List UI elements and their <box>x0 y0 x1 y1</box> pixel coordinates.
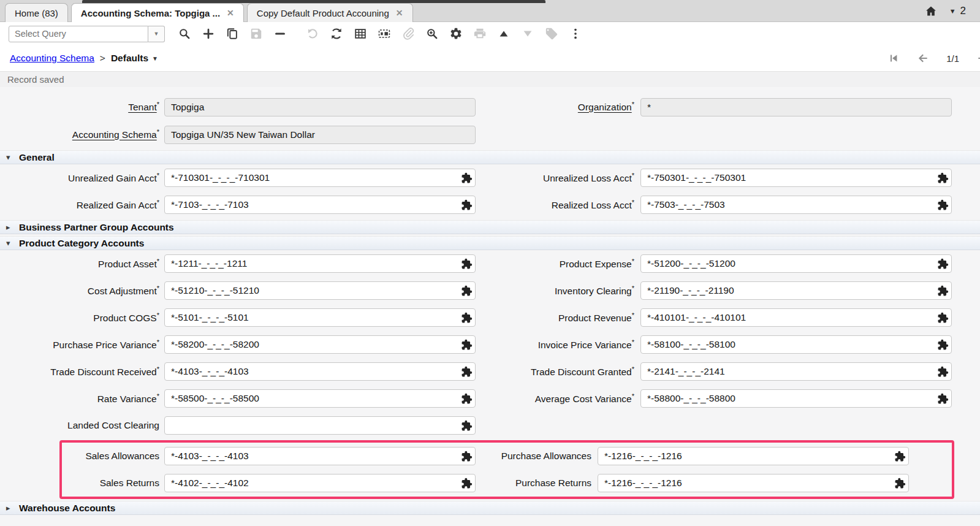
header-fields: Tenant*TopgigaOrganization**Accounting S… <box>0 93 980 148</box>
refresh-icon[interactable] <box>329 26 344 42</box>
account-combination-button[interactable] <box>937 258 949 270</box>
field-product-expense[interactable]: *-51200-_-_-_-51200 <box>640 254 952 273</box>
field-trade-discount-granted[interactable]: *-2141-_-_-_-2141 <box>640 362 952 381</box>
account-combination-button[interactable] <box>461 199 473 211</box>
label-icon[interactable] <box>544 26 559 42</box>
zoom-across-icon[interactable] <box>425 26 439 42</box>
grid-toggle-icon[interactable] <box>353 26 368 42</box>
field-landed-cost-clearing[interactable] <box>164 416 476 435</box>
account-combination-button[interactable] <box>894 478 906 489</box>
field-value: Topgiga UN/35 New Taiwan Dollar <box>171 129 469 140</box>
field-value: *-750301-_-_-_-750301 <box>647 172 937 183</box>
account-combination-button[interactable] <box>461 172 473 184</box>
select-query-dropdown-button[interactable]: ▼ <box>148 26 165 42</box>
field-sales-allowances[interactable]: *-4103-_-_-_-4103 <box>164 447 476 465</box>
account-combination-button[interactable] <box>461 420 473 432</box>
account-combination-button[interactable] <box>461 393 473 405</box>
select-query-input[interactable] <box>9 26 148 42</box>
field-unrealized-gain-acct[interactable]: *-710301-_-_-_-710301 <box>164 169 476 187</box>
tab-accounting-schema-topgiga[interactable]: Accounting Schema: Topgiga ...✕ <box>71 3 244 22</box>
field-trade-discount-received[interactable]: *-4103-_-_-_-4103 <box>164 362 476 381</box>
tab-copy-default-product-accouning[interactable]: Copy Default Product Accouning✕ <box>247 3 413 22</box>
undo-icon[interactable] <box>305 26 320 42</box>
copy-record-icon[interactable] <box>225 26 240 42</box>
attachment-icon[interactable] <box>401 26 416 42</box>
field-purchase-price-variance[interactable]: *-58200-_-_-_-58200 <box>164 335 476 354</box>
undo-icon <box>306 27 319 40</box>
previous-record-icon[interactable] <box>917 52 929 64</box>
account-combination-button[interactable] <box>937 339 949 351</box>
field-rate-variance[interactable]: *-58500-_-_-_-58500 <box>164 389 476 408</box>
tab-home-83[interactable]: Home (83) <box>5 3 68 22</box>
field-value: *-5101-_-_-_-5101 <box>171 312 461 323</box>
next-record-icon[interactable] <box>976 52 980 64</box>
account-combination-button[interactable] <box>937 366 949 378</box>
account-combination-button[interactable] <box>461 366 473 378</box>
field-organization[interactable]: * <box>640 98 952 116</box>
search-icon[interactable] <box>177 26 192 42</box>
field-purchase-allowances[interactable]: *-1216-_-_-_-1216 <box>598 447 909 465</box>
breadcrumb-parent-link[interactable]: Accounting Schema <box>10 53 94 64</box>
account-combination-button[interactable] <box>461 258 473 270</box>
tabbar-controls: ▼ 2 <box>925 0 980 22</box>
label-accounting-schema[interactable]: Accounting Schema* <box>0 128 159 140</box>
field-tenant[interactable]: Topgiga <box>164 98 476 116</box>
field-product-revenue[interactable]: *-410101-_-_-_-410101 <box>640 308 952 327</box>
field-inventory-clearing[interactable]: *-21190-_-_-_-21190 <box>640 281 952 300</box>
field-accounting-schema[interactable]: Topgiga UN/35 New Taiwan Dollar <box>164 126 476 144</box>
new-record-icon[interactable] <box>201 26 216 42</box>
account-combination-button[interactable] <box>461 478 473 489</box>
section-header-general[interactable]: ▾General <box>0 150 980 164</box>
close-icon[interactable]: ✕ <box>396 9 403 17</box>
account-combination-button[interactable] <box>461 312 473 324</box>
account-combination-button[interactable] <box>937 285 949 297</box>
grid-toggle-icon <box>354 27 367 40</box>
label-purchase-price-variance: Purchase Price Variance* <box>0 338 159 351</box>
label-tenant[interactable]: Tenant* <box>0 101 159 113</box>
form-row: Rate Variance**-58500-_-_-_-58500Average… <box>0 385 980 412</box>
detail-record-icon[interactable] <box>520 26 535 42</box>
field-invoice-price-variance[interactable]: *-58100-_-_-_-58100 <box>640 335 952 354</box>
save-icon[interactable] <box>249 26 264 42</box>
label-cost-adjustment: Cost Adjustment* <box>0 284 159 297</box>
home-icon[interactable] <box>925 5 937 17</box>
account-combination-button[interactable] <box>937 393 949 405</box>
field-value: *-7503-_-_-_-7503 <box>647 199 937 210</box>
first-record-icon[interactable] <box>887 52 900 64</box>
section-header-product-category-accounts[interactable]: ▾Product Category Accounts <box>0 236 980 250</box>
account-combination-button[interactable] <box>937 199 949 211</box>
label-organization[interactable]: Organization* <box>494 101 634 113</box>
puzzle-icon <box>461 339 473 351</box>
breadcrumb-current-tab-menu[interactable]: Defaults ▼ <box>111 53 158 64</box>
field-product-asset[interactable]: *-1211-_-_-_-1211 <box>164 254 476 273</box>
more-icon[interactable] <box>568 26 583 42</box>
parent-record-icon[interactable] <box>496 26 511 42</box>
section-header-business-partner-group-accounts[interactable]: ▸Business Partner Group Accounts <box>0 220 980 234</box>
field-realized-gain-acct[interactable]: *-7103-_-_-_-7103 <box>164 196 476 214</box>
account-combination-button[interactable] <box>461 451 473 462</box>
account-combination-button[interactable] <box>461 285 473 297</box>
open-windows-menu[interactable]: ▼ 2 <box>949 5 966 17</box>
field-purchase-returns[interactable]: *-1216-_-_-_-1216 <box>598 474 909 492</box>
new-record-icon <box>202 27 215 40</box>
puzzle-icon <box>937 366 949 378</box>
form-row: Landed Cost Clearing <box>0 412 980 439</box>
field-sales-returns[interactable]: *-4102-_-_-_-4102 <box>164 474 476 492</box>
account-combination-button[interactable] <box>461 339 473 351</box>
field-unrealized-loss-acct[interactable]: *-750301-_-_-_-750301 <box>640 169 952 187</box>
account-combination-button[interactable] <box>894 451 906 462</box>
field-realized-loss-acct[interactable]: *-7503-_-_-_-7503 <box>640 196 952 214</box>
account-combination-button[interactable] <box>937 172 949 184</box>
csv-import-icon[interactable] <box>377 26 392 42</box>
print-icon[interactable] <box>473 26 487 42</box>
field-cost-adjustment[interactable]: *-51210-_-_-_-51210 <box>164 281 476 300</box>
account-combination-button[interactable] <box>937 312 949 324</box>
label-trade-discount-received: Trade Discount Received* <box>0 365 159 378</box>
process-icon[interactable] <box>449 26 463 42</box>
section-header-warehouse-accounts[interactable]: ▸Warehouse Accounts <box>0 501 980 515</box>
delete-record-icon[interactable] <box>273 26 287 42</box>
close-icon[interactable]: ✕ <box>227 9 234 17</box>
field-average-cost-variance[interactable]: *-58800-_-_-_-58800 <box>640 389 952 408</box>
field-product-cogs[interactable]: *-5101-_-_-_-5101 <box>164 308 476 327</box>
toolbar-icons <box>177 26 592 42</box>
